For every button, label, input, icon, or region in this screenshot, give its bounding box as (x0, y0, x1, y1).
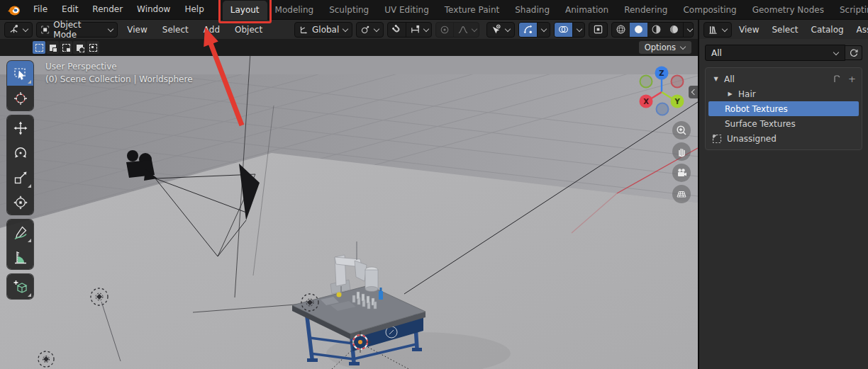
shading-material-button[interactable] (647, 23, 665, 37)
xray-toggle[interactable] (589, 22, 608, 38)
tab-modeling[interactable]: Modeling (267, 1, 322, 20)
tool-measure[interactable] (7, 244, 33, 269)
asset-menu-asset[interactable]: Asset (851, 21, 868, 39)
shading-rendered-button[interactable] (665, 23, 683, 37)
transform-orientation-selector[interactable]: Global (294, 22, 352, 38)
tool-move[interactable] (7, 115, 33, 140)
pointer-visibility-icon (491, 24, 501, 35)
view-name-label: User Perspective (45, 60, 193, 73)
tool-add-cube[interactable] (7, 274, 33, 299)
select-box-icon (13, 66, 28, 81)
unassigned-icon (712, 134, 722, 144)
chevron-down-icon (505, 27, 511, 33)
tab-layout[interactable]: Layout (223, 1, 267, 20)
catalog-row-robot-textures[interactable]: Robot Textures (708, 101, 859, 116)
mode-selector[interactable]: Object Mode (36, 22, 118, 38)
proportional-falloff-selector[interactable] (453, 23, 479, 37)
tool-annotate[interactable] (7, 220, 33, 244)
shading-wireframe-button[interactable] (612, 23, 630, 37)
robot-tool-tip (337, 293, 342, 297)
catalog-row-unassigned[interactable]: Unassigned (706, 131, 862, 146)
pivot-point-selector[interactable] (356, 22, 384, 38)
tool-select-box[interactable] (7, 61, 33, 86)
menu-render[interactable]: Render (85, 0, 130, 19)
select-mode-set-button[interactable] (33, 41, 45, 54)
select-mode-invert-button[interactable] (73, 41, 86, 54)
tool-cursor[interactable] (7, 86, 33, 110)
show-overlays-toggle[interactable] (555, 23, 572, 37)
workspace-tabs: Layout Modeling Sculpting UV Editing Tex… (223, 0, 868, 20)
tab-rendering[interactable]: Rendering (616, 1, 675, 20)
camera-view-button[interactable] (672, 164, 691, 182)
show-object-types-selector[interactable] (486, 22, 515, 38)
new-catalog-icon[interactable] (833, 74, 845, 84)
navigation-gizmo[interactable]: Z X Y (635, 66, 688, 118)
show-gizmo-toggle[interactable] (519, 23, 537, 37)
catalog-row-all[interactable]: ▼ All + (706, 72, 862, 86)
chevron-down-icon (680, 45, 686, 50)
shading-solid-button[interactable] (630, 23, 647, 37)
catalog-row-surface-textures[interactable]: Surface Textures (706, 116, 862, 131)
snap-toggle[interactable] (388, 23, 406, 37)
catalog-filter-select[interactable]: All (705, 45, 845, 61)
disclosure-down-icon[interactable]: ▼ (713, 76, 719, 82)
tab-scripting[interactable]: Scripting (832, 1, 868, 20)
select-mode-intersect-button[interactable] (87, 41, 99, 54)
shading-mode-group (611, 22, 694, 38)
menu-window[interactable]: Window (130, 0, 177, 19)
gizmo-neg-y-ball[interactable] (640, 76, 652, 88)
gizmo-neg-x-ball[interactable] (672, 76, 684, 88)
tab-sculpting[interactable]: Sculpting (321, 1, 377, 20)
menu-edit[interactable]: Edit (55, 0, 85, 19)
blender-logo-icon[interactable] (6, 3, 21, 17)
tool-scale[interactable] (7, 165, 33, 190)
menu-help[interactable]: Help (177, 0, 211, 19)
tab-shading[interactable]: Shading (507, 1, 557, 20)
editor-type-selector[interactable] (4, 22, 33, 38)
add-cube-icon (13, 279, 28, 295)
tab-animation[interactable]: Animation (557, 1, 616, 20)
shading-options-selector[interactable] (683, 23, 694, 37)
tool-transform[interactable] (7, 190, 33, 215)
active-object-label: (0) Scene Collection | Worldsphere (45, 73, 193, 86)
tab-texture-paint[interactable]: Texture Paint (437, 1, 507, 20)
select-mode-subtract-button[interactable] (60, 41, 72, 54)
asset-editor-type-selector[interactable] (703, 22, 732, 38)
asset-menu-view[interactable]: View (733, 21, 764, 39)
overlays-options-selector[interactable] (572, 23, 585, 37)
gizmo-neg-z-ball[interactable] (657, 103, 669, 115)
annotate-pen-icon (13, 225, 28, 240)
tab-uv-editing[interactable]: UV Editing (377, 1, 437, 20)
viewport-3d[interactable]: Options (0, 39, 698, 369)
refresh-library-button[interactable] (845, 45, 862, 60)
disclosure-right-icon[interactable]: ▶ (727, 91, 733, 97)
grid-icon (676, 188, 687, 200)
chevron-down-icon (833, 50, 839, 56)
asset-menu-catalog[interactable]: Catalog (806, 21, 850, 39)
gizmo-z-label: Z (659, 69, 664, 77)
menu-file[interactable]: File (26, 0, 55, 19)
asset-menu-select[interactable]: Select (766, 21, 803, 39)
viewport-menu-object[interactable]: Object (229, 21, 268, 39)
asset-browser-panel: All ▼ All (698, 39, 868, 369)
move-icon (13, 120, 28, 136)
scene-canvas[interactable] (0, 56, 698, 369)
add-catalog-button[interactable]: + (848, 74, 856, 84)
proportional-edit-toggle[interactable] (436, 23, 453, 37)
viewport-menu-view[interactable]: View (121, 21, 152, 39)
snap-target-selector[interactable] (406, 23, 431, 37)
options-dropdown[interactable]: Options (639, 41, 691, 54)
tool-rotate[interactable] (7, 140, 33, 165)
sidebar-toggle[interactable] (689, 86, 698, 98)
viewport-menu-add[interactable]: Add (198, 21, 226, 39)
perspective-toggle-button[interactable] (672, 185, 691, 203)
pan-button[interactable] (672, 142, 691, 161)
viewport-editor-icon (9, 24, 19, 35)
tab-compositing[interactable]: Compositing (675, 1, 744, 20)
gizmo-options-selector[interactable] (537, 23, 550, 37)
select-mode-extend-button[interactable] (46, 41, 59, 54)
viewport-menu-select[interactable]: Select (157, 21, 194, 39)
zoom-button[interactable] (672, 121, 691, 140)
catalog-row-hair[interactable]: ▶ Hair (706, 86, 862, 101)
tab-geometry-nodes[interactable]: Geometry Nodes (745, 1, 832, 20)
